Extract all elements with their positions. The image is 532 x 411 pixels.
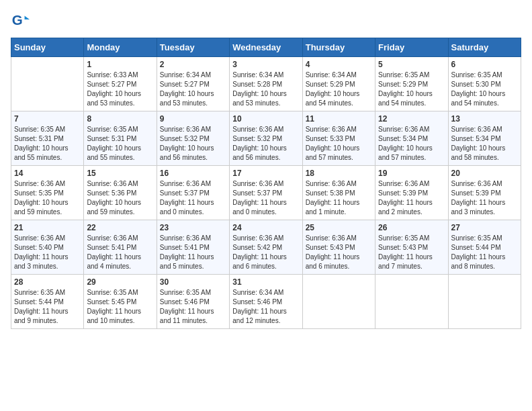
day-number: 16 xyxy=(160,169,226,178)
day-cell: 1Sunrise: 6:33 AM Sunset: 5:27 PM Daylig… xyxy=(84,57,157,111)
day-number: 18 xyxy=(306,169,372,178)
day-info: Sunrise: 6:35 AM Sunset: 5:45 PM Dayligh… xyxy=(87,288,153,326)
day-number: 11 xyxy=(306,114,372,124)
day-number: 9 xyxy=(160,114,226,124)
day-info: Sunrise: 6:36 AM Sunset: 5:33 PM Dayligh… xyxy=(306,125,372,163)
week-row-1: 1Sunrise: 6:33 AM Sunset: 5:27 PM Daylig… xyxy=(11,57,521,111)
day-cell: 30Sunrise: 6:35 AM Sunset: 5:46 PM Dayli… xyxy=(157,275,229,329)
day-number: 21 xyxy=(14,223,81,232)
day-cell: 8Sunrise: 6:35 AM Sunset: 5:31 PM Daylig… xyxy=(84,111,157,166)
day-number: 2 xyxy=(160,60,226,69)
day-info: Sunrise: 6:36 AM Sunset: 5:38 PM Dayligh… xyxy=(306,179,372,217)
svg-marker-1 xyxy=(25,15,30,19)
day-cell: 9Sunrise: 6:36 AM Sunset: 5:32 PM Daylig… xyxy=(157,111,229,166)
day-cell: 18Sunrise: 6:36 AM Sunset: 5:38 PM Dayli… xyxy=(302,166,375,220)
day-cell: 13Sunrise: 6:36 AM Sunset: 5:34 PM Dayli… xyxy=(448,111,521,166)
day-cell: 21Sunrise: 6:36 AM Sunset: 5:40 PM Dayli… xyxy=(11,220,84,275)
day-cell: 20Sunrise: 6:36 AM Sunset: 5:39 PM Dayli… xyxy=(448,166,521,220)
calendar-table: SundayMondayTuesdayWednesdayThursdayFrid… xyxy=(11,38,521,329)
day-cell: 12Sunrise: 6:36 AM Sunset: 5:34 PM Dayli… xyxy=(375,111,448,166)
day-info: Sunrise: 6:36 AM Sunset: 5:39 PM Dayligh… xyxy=(378,179,445,217)
day-info: Sunrise: 6:36 AM Sunset: 5:40 PM Dayligh… xyxy=(14,234,81,271)
day-number: 7 xyxy=(14,114,81,124)
day-info: Sunrise: 6:34 AM Sunset: 5:46 PM Dayligh… xyxy=(232,288,299,326)
header-cell-thursday: Thursday xyxy=(302,38,375,57)
day-cell: 7Sunrise: 6:35 AM Sunset: 5:31 PM Daylig… xyxy=(11,111,84,166)
day-info: Sunrise: 6:35 AM Sunset: 5:30 PM Dayligh… xyxy=(451,71,518,108)
day-cell: 10Sunrise: 6:36 AM Sunset: 5:32 PM Dayli… xyxy=(230,111,302,166)
day-number: 3 xyxy=(232,60,299,69)
day-cell: 5Sunrise: 6:35 AM Sunset: 5:29 PM Daylig… xyxy=(375,57,448,111)
svg-text:G: G xyxy=(12,12,23,28)
day-cell: 23Sunrise: 6:36 AM Sunset: 5:41 PM Dayli… xyxy=(157,220,229,275)
day-cell xyxy=(448,275,521,329)
day-info: Sunrise: 6:35 AM Sunset: 5:31 PM Dayligh… xyxy=(87,125,153,163)
day-number: 30 xyxy=(160,277,226,287)
day-number: 8 xyxy=(87,114,153,124)
day-number: 4 xyxy=(306,60,372,69)
logo-icon: G xyxy=(11,11,30,30)
header-row: SundayMondayTuesdayWednesdayThursdayFrid… xyxy=(11,38,521,57)
header-cell-sunday: Sunday xyxy=(11,38,84,57)
day-number: 31 xyxy=(232,277,299,287)
day-cell: 6Sunrise: 6:35 AM Sunset: 5:30 PM Daylig… xyxy=(448,57,521,111)
day-info: Sunrise: 6:36 AM Sunset: 5:41 PM Dayligh… xyxy=(160,234,226,271)
day-info: Sunrise: 6:36 AM Sunset: 5:39 PM Dayligh… xyxy=(451,179,518,217)
day-cell: 4Sunrise: 6:34 AM Sunset: 5:29 PM Daylig… xyxy=(302,57,375,111)
day-cell: 22Sunrise: 6:36 AM Sunset: 5:41 PM Dayli… xyxy=(84,220,157,275)
day-number: 13 xyxy=(451,114,518,124)
day-number: 12 xyxy=(378,114,445,124)
day-info: Sunrise: 6:35 AM Sunset: 5:29 PM Dayligh… xyxy=(378,71,445,108)
day-cell: 15Sunrise: 6:36 AM Sunset: 5:36 PM Dayli… xyxy=(84,166,157,220)
day-info: Sunrise: 6:35 AM Sunset: 5:46 PM Dayligh… xyxy=(160,288,226,326)
day-info: Sunrise: 6:34 AM Sunset: 5:29 PM Dayligh… xyxy=(306,71,372,108)
day-cell: 27Sunrise: 6:35 AM Sunset: 5:44 PM Dayli… xyxy=(448,220,521,275)
day-info: Sunrise: 6:36 AM Sunset: 5:32 PM Dayligh… xyxy=(232,125,299,163)
day-number: 15 xyxy=(87,169,153,178)
day-number: 28 xyxy=(14,277,81,287)
day-info: Sunrise: 6:35 AM Sunset: 5:31 PM Dayligh… xyxy=(14,125,81,163)
page-header: G xyxy=(11,11,521,30)
day-info: Sunrise: 6:36 AM Sunset: 5:43 PM Dayligh… xyxy=(306,234,372,271)
day-cell: 24Sunrise: 6:36 AM Sunset: 5:42 PM Dayli… xyxy=(230,220,302,275)
day-cell: 16Sunrise: 6:36 AM Sunset: 5:37 PM Dayli… xyxy=(157,166,229,220)
header-cell-monday: Monday xyxy=(84,38,157,57)
day-cell: 29Sunrise: 6:35 AM Sunset: 5:45 PM Dayli… xyxy=(84,275,157,329)
day-cell xyxy=(11,57,84,111)
day-info: Sunrise: 6:34 AM Sunset: 5:28 PM Dayligh… xyxy=(232,71,299,108)
week-row-2: 7Sunrise: 6:35 AM Sunset: 5:31 PM Daylig… xyxy=(11,111,521,166)
header-cell-saturday: Saturday xyxy=(448,38,521,57)
day-number: 17 xyxy=(232,169,299,178)
day-number: 26 xyxy=(378,223,445,232)
week-row-5: 28Sunrise: 6:35 AM Sunset: 5:44 PM Dayli… xyxy=(11,275,521,329)
header-cell-tuesday: Tuesday xyxy=(157,38,229,57)
day-cell xyxy=(302,275,375,329)
day-info: Sunrise: 6:35 AM Sunset: 5:44 PM Dayligh… xyxy=(451,234,518,271)
header-cell-friday: Friday xyxy=(375,38,448,57)
day-number: 14 xyxy=(14,169,81,178)
day-number: 27 xyxy=(451,223,518,232)
day-number: 10 xyxy=(232,114,299,124)
day-cell: 17Sunrise: 6:36 AM Sunset: 5:37 PM Dayli… xyxy=(230,166,302,220)
day-info: Sunrise: 6:36 AM Sunset: 5:35 PM Dayligh… xyxy=(14,179,81,217)
day-info: Sunrise: 6:36 AM Sunset: 5:36 PM Dayligh… xyxy=(87,179,153,217)
day-number: 1 xyxy=(87,60,153,69)
day-cell: 26Sunrise: 6:35 AM Sunset: 5:43 PM Dayli… xyxy=(375,220,448,275)
day-cell: 28Sunrise: 6:35 AM Sunset: 5:44 PM Dayli… xyxy=(11,275,84,329)
day-number: 25 xyxy=(306,223,372,232)
week-row-3: 14Sunrise: 6:36 AM Sunset: 5:35 PM Dayli… xyxy=(11,166,521,220)
day-info: Sunrise: 6:36 AM Sunset: 5:34 PM Dayligh… xyxy=(378,125,445,163)
header-cell-wednesday: Wednesday xyxy=(230,38,302,57)
day-info: Sunrise: 6:35 AM Sunset: 5:44 PM Dayligh… xyxy=(14,288,81,326)
day-info: Sunrise: 6:36 AM Sunset: 5:41 PM Dayligh… xyxy=(87,234,153,271)
day-cell: 19Sunrise: 6:36 AM Sunset: 5:39 PM Dayli… xyxy=(375,166,448,220)
day-number: 20 xyxy=(451,169,518,178)
day-info: Sunrise: 6:34 AM Sunset: 5:27 PM Dayligh… xyxy=(160,71,226,108)
week-row-4: 21Sunrise: 6:36 AM Sunset: 5:40 PM Dayli… xyxy=(11,220,521,275)
day-number: 23 xyxy=(160,223,226,232)
day-info: Sunrise: 6:36 AM Sunset: 5:37 PM Dayligh… xyxy=(232,179,299,217)
day-cell: 3Sunrise: 6:34 AM Sunset: 5:28 PM Daylig… xyxy=(230,57,302,111)
logo: G xyxy=(11,11,32,30)
day-number: 29 xyxy=(87,277,153,287)
day-cell: 2Sunrise: 6:34 AM Sunset: 5:27 PM Daylig… xyxy=(157,57,229,111)
